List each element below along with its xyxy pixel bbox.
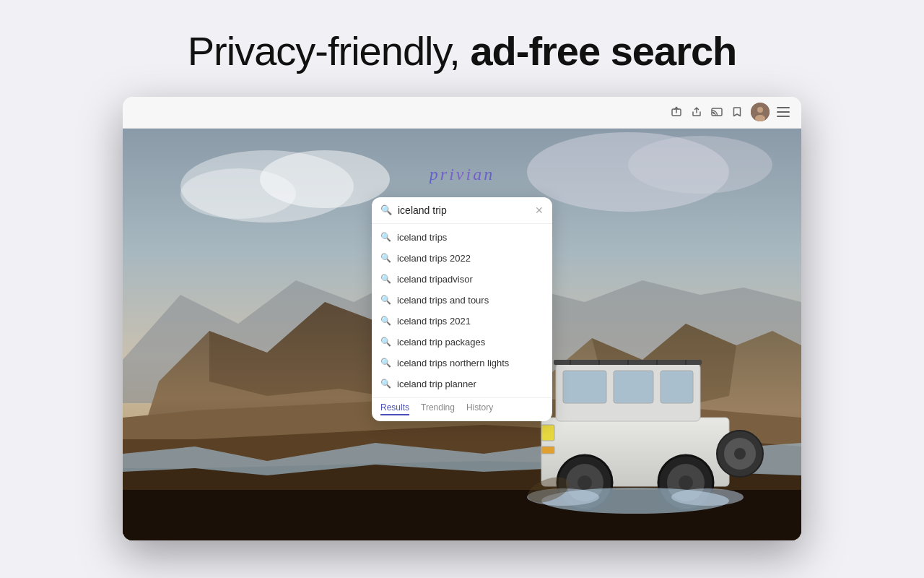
suggestion-item[interactable]: 🔍 iceland trip packages xyxy=(372,332,552,353)
suggestion-text: iceland trips xyxy=(397,232,447,243)
svg-rect-34 xyxy=(541,425,554,441)
suggestion-search-icon: 🔍 xyxy=(380,253,391,263)
search-tabs: Results Trending History xyxy=(372,397,552,421)
suggestion-item[interactable]: 🔍 iceland trips and tours xyxy=(372,290,552,311)
page-headline: Privacy-friendly, ad-free search xyxy=(188,29,737,74)
svg-point-10 xyxy=(180,168,296,219)
clear-icon[interactable]: ✕ xyxy=(535,204,544,216)
search-container: 🔍 iceland trip ✕ 🔍 iceland trips 🔍 icela… xyxy=(372,197,552,421)
suggestion-item[interactable]: 🔍 iceland trips 2021 xyxy=(372,311,552,332)
suggestion-search-icon: 🔍 xyxy=(380,379,391,389)
svg-point-47 xyxy=(671,488,744,506)
search-input-row: 🔍 iceland trip ✕ xyxy=(372,197,552,224)
suggestion-item[interactable]: 🔍 iceland trips northern lights xyxy=(372,353,552,374)
svg-point-44 xyxy=(679,475,693,490)
browser-window: privian 🔍 iceland trip ✕ 🔍 iceland trips… xyxy=(123,97,801,540)
menu-icon[interactable] xyxy=(777,107,790,117)
browser-chrome xyxy=(123,97,801,129)
export-icon[interactable] xyxy=(690,105,703,118)
svg-point-41 xyxy=(578,475,592,490)
tab-results[interactable]: Results xyxy=(380,402,409,415)
suggestion-item[interactable]: 🔍 iceland tripadvisor xyxy=(372,269,552,290)
search-query: iceland trip xyxy=(398,204,529,216)
suggestion-list: 🔍 iceland trips 🔍 iceland trips 2022 🔍 i… xyxy=(372,224,552,397)
search-icon: 🔍 xyxy=(380,204,392,215)
suggestion-search-icon: 🔍 xyxy=(380,337,391,347)
suggestion-text: iceland trip packages xyxy=(397,337,485,348)
share-icon[interactable] xyxy=(670,105,683,118)
headline-part2: ad-free search xyxy=(470,28,736,74)
suggestion-search-icon: 🔍 xyxy=(380,232,391,242)
suggestion-search-icon: 🔍 xyxy=(380,274,391,284)
bookmark-icon[interactable] xyxy=(731,105,744,118)
svg-point-38 xyxy=(734,448,746,460)
svg-point-5 xyxy=(757,107,763,113)
privian-logo: privian xyxy=(430,165,494,184)
tab-history[interactable]: History xyxy=(466,402,493,415)
suggestion-text: iceland trips 2021 xyxy=(397,316,471,327)
svg-rect-32 xyxy=(614,371,653,403)
svg-rect-31 xyxy=(563,371,606,403)
cast-icon[interactable] xyxy=(710,105,723,118)
svg-point-12 xyxy=(628,136,772,194)
user-avatar[interactable] xyxy=(751,103,770,121)
headline-part1: Privacy-friendly, xyxy=(188,28,471,74)
svg-rect-35 xyxy=(541,447,554,454)
suggestion-text: iceland trip planner xyxy=(397,379,476,389)
suggestion-search-icon: 🔍 xyxy=(380,358,391,368)
suggestion-item[interactable]: 🔍 iceland trips xyxy=(372,227,552,248)
tab-trending[interactable]: Trending xyxy=(421,402,455,415)
suggestion-search-icon: 🔍 xyxy=(380,316,391,326)
suggestion-text: iceland tripadvisor xyxy=(397,274,473,285)
suggestion-item[interactable]: 🔍 iceland trip planner xyxy=(372,374,552,394)
suggestion-text: iceland trips northern lights xyxy=(397,358,509,368)
suggestion-text: iceland trips 2022 xyxy=(397,253,471,264)
suggestion-text: iceland trips and tours xyxy=(397,295,489,306)
svg-rect-33 xyxy=(661,371,693,403)
suggestion-item[interactable]: 🔍 iceland trips 2022 xyxy=(372,248,552,269)
browser-content: privian 🔍 iceland trip ✕ 🔍 iceland trips… xyxy=(123,129,801,540)
suggestion-search-icon: 🔍 xyxy=(380,295,391,305)
